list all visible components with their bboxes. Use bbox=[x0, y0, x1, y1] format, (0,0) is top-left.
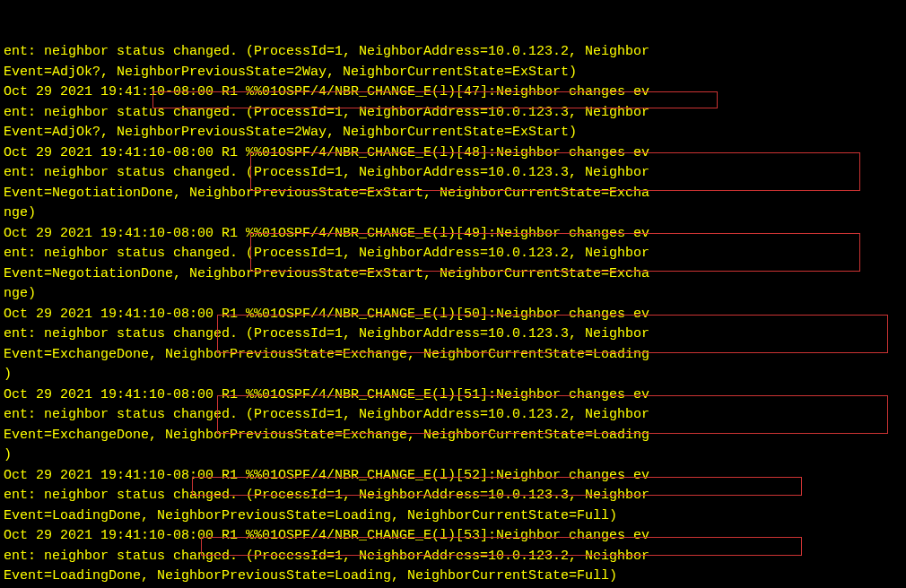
log-line: Event=ExchangeDone, NeighborPreviousStat… bbox=[4, 426, 902, 446]
log-line: Oct 29 2021 19:41:10-08:00 R1 %%01OSPF/4… bbox=[4, 143, 902, 164]
terminal-output: ent: neighbor status changed. (ProcessId… bbox=[4, 2, 902, 587]
log-line: Event=ExchangeDone, NeighborPreviousStat… bbox=[4, 345, 902, 366]
log-line: Oct 29 2021 19:41:10-08:00 R1 %%01OSPF/4… bbox=[4, 305, 902, 325]
log-line: ent: neighbor status changed. (ProcessId… bbox=[4, 324, 902, 345]
log-line: Event=LoadingDone, NeighborPreviousState… bbox=[4, 506, 902, 527]
log-line: ent: neighbor status changed. (ProcessId… bbox=[4, 103, 902, 124]
log-line: Event=LoadingDone, NeighborPreviousState… bbox=[4, 566, 902, 587]
log-line: Oct 29 2021 19:41:10-08:00 R1 %%01OSPF/4… bbox=[4, 224, 902, 245]
log-line: Event=AdjOk?, NeighborPreviousState=2Way… bbox=[4, 63, 902, 83]
log-line: Oct 29 2021 19:41:10-08:00 R1 %%01OSPF/4… bbox=[4, 526, 902, 547]
log-line: Oct 29 2021 19:41:10-08:00 R1 %%01OSPF/4… bbox=[4, 466, 902, 487]
log-line: Event=NegotiationDone, NeighborPreviousS… bbox=[4, 184, 902, 204]
log-line: ) bbox=[4, 365, 902, 385]
log-line: ent: neighbor status changed. (ProcessId… bbox=[4, 244, 902, 264]
log-line: ent: neighbor status changed. (ProcessId… bbox=[4, 405, 902, 426]
log-line: Event=NegotiationDone, NeighborPreviousS… bbox=[4, 264, 902, 285]
log-line: Oct 29 2021 19:41:10-08:00 R1 %%01OSPF/4… bbox=[4, 385, 902, 406]
log-line: nge) bbox=[4, 284, 902, 305]
log-line: ent: neighbor status changed. (ProcessId… bbox=[4, 547, 902, 567]
log-line: Oct 29 2021 19:41:10-08:00 R1 %%01OSPF/4… bbox=[4, 82, 902, 103]
log-line: Event=AdjOk?, NeighborPreviousState=2Way… bbox=[4, 123, 902, 143]
log-line: ) bbox=[4, 445, 902, 466]
log-line: ent: neighbor status changed. (ProcessId… bbox=[4, 42, 902, 63]
log-line: nge) bbox=[4, 203, 902, 224]
log-line: ent: neighbor status changed. (ProcessId… bbox=[4, 486, 902, 506]
log-line: ent: neighbor status changed. (ProcessId… bbox=[4, 163, 902, 184]
